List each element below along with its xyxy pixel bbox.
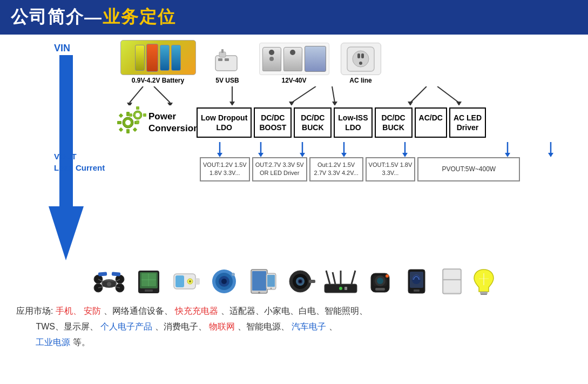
- svg-rect-9: [361, 53, 364, 58]
- product-gps: [132, 268, 166, 295]
- svg-rect-1: [215, 56, 237, 71]
- app-markets: 应用市场: 手机、 安防 、网络通信设备、 快充充电器 、适配器、小家电、白电、…: [16, 304, 572, 350]
- app-text-consumer: 、消费电子、: [155, 322, 207, 331]
- svg-rect-95: [309, 280, 315, 283]
- product-acline: AC line: [336, 43, 385, 84]
- header-title-black: 公司简介: [11, 5, 84, 29]
- svg-rect-3: [221, 49, 224, 53]
- svg-line-11: [130, 86, 143, 103]
- svg-point-101: [339, 287, 342, 290]
- out-box-ldo: VOUT:1.2V 1.5V1.8V 3.3V...: [200, 157, 250, 181]
- power-conversion-label: Power Conversion: [148, 111, 199, 133]
- svg-point-36: [136, 113, 140, 117]
- svg-point-89: [270, 288, 272, 289]
- socket-icon: [344, 44, 377, 74]
- svg-rect-119: [480, 292, 488, 294]
- conv-box-ldo: Low Dropout LDO: [197, 107, 252, 138]
- usb-label: 5V USB: [215, 77, 239, 84]
- svg-point-94: [299, 280, 301, 282]
- conv-box-acdc: AC/DC: [415, 107, 447, 138]
- app-markets-prefix: 应用市场:: [16, 306, 53, 315]
- svg-marker-42: [217, 153, 222, 157]
- product-battery: 0.9V-4.2V Battery: [116, 40, 200, 84]
- 12v40v-label: 12V-40V: [281, 77, 306, 84]
- bottom-products-row: [16, 268, 572, 295]
- product-powerbank: [170, 268, 204, 295]
- svg-marker-46: [300, 153, 305, 157]
- svg-line-13: [154, 86, 170, 103]
- product-12v40v: 12V-40V: [255, 43, 333, 84]
- battery-label: 0.9V-4.2V Battery: [132, 77, 184, 84]
- svg-rect-40: [143, 113, 146, 117]
- output-arrows: [200, 142, 588, 157]
- app-text-network: 、网络通信设备、: [104, 306, 173, 315]
- app-text-industrial: 工业电源: [36, 338, 70, 347]
- svg-point-82: [221, 279, 227, 284]
- svg-rect-76: [175, 275, 184, 287]
- product-camera: [283, 268, 317, 295]
- gear-icon: [111, 105, 147, 138]
- svg-rect-39: [129, 113, 132, 117]
- svg-rect-28: [126, 129, 130, 133]
- header-separator: —: [84, 8, 103, 28]
- out-box-boost: OUT:2.7V 3.3V 5VOR LED Driver: [252, 157, 307, 181]
- svg-marker-54: [548, 153, 553, 157]
- app-text-charger: 快充充电器: [175, 306, 218, 315]
- app-text-security: 安防: [84, 306, 101, 315]
- svg-rect-117: [444, 270, 460, 279]
- svg-line-17: [292, 86, 316, 103]
- svg-rect-34: [133, 127, 137, 132]
- svg-rect-4: [218, 58, 222, 61]
- svg-rect-33: [119, 127, 123, 132]
- svg-marker-16: [229, 102, 235, 105]
- svg-line-97: [326, 271, 330, 284]
- acline-label: AC line: [349, 77, 371, 84]
- product-drone: [91, 268, 128, 295]
- product-fridge: [438, 268, 466, 295]
- svg-marker-18: [289, 102, 294, 105]
- svg-marker-14: [167, 103, 173, 105]
- product-phone-stand: [400, 268, 434, 295]
- svg-rect-118: [444, 280, 460, 292]
- svg-rect-102: [344, 287, 347, 290]
- svg-line-21: [410, 86, 427, 103]
- app-text-adapter: 、适配器、小家电、白电、智能照明、: [221, 306, 368, 315]
- app-text-phone: 手机、: [56, 306, 82, 315]
- svg-point-10: [359, 62, 362, 65]
- svg-rect-88: [267, 275, 275, 287]
- svg-rect-70: [145, 289, 153, 292]
- conv-box-buck1: DC/DC BUCK: [294, 107, 332, 138]
- product-speaker: [208, 268, 241, 295]
- conv-box-lowiss: Low-ISS LDO: [334, 107, 372, 138]
- svg-line-98: [352, 271, 355, 284]
- app-text-personal: 个人电子产品: [100, 322, 152, 331]
- svg-rect-67: [112, 272, 121, 276]
- svg-marker-24: [456, 102, 462, 105]
- out-box-acdc: PVOUT:5W~400W: [417, 157, 520, 181]
- svg-marker-48: [341, 153, 347, 157]
- svg-rect-111: [414, 289, 420, 292]
- product-usb: 5V USB: [203, 46, 252, 84]
- product-arrows: [116, 86, 548, 105]
- output-boxes: VOUT:1.2V 1.5V1.8V 3.3V... OUT:2.7V 3.3V…: [200, 157, 588, 181]
- svg-line-23: [437, 86, 459, 103]
- app-text-comma: 、: [329, 322, 337, 331]
- svg-marker-12: [127, 103, 132, 105]
- app-text-auto: 汽车电子: [292, 322, 326, 331]
- out-box-lowiss: VOUT:1.5V 1.8V3.3V...: [366, 157, 416, 181]
- svg-rect-8: [357, 53, 360, 58]
- page-header: 公司简介 — 业务定位: [0, 0, 588, 35]
- svg-rect-75: [195, 278, 200, 285]
- svg-point-61: [107, 282, 111, 286]
- product-fryer: [364, 268, 396, 295]
- svg-rect-107: [375, 288, 385, 291]
- app-text-tws: TWS、显示屏、: [36, 322, 98, 331]
- conv-box-boost: DC/DC BOOST: [254, 107, 292, 138]
- svg-rect-85: [252, 271, 266, 291]
- svg-line-19: [332, 86, 335, 103]
- header-title-yellow: 业务定位: [103, 5, 176, 29]
- svg-marker-22: [408, 102, 413, 105]
- svg-rect-5: [225, 58, 229, 61]
- svg-marker-52: [505, 153, 510, 157]
- svg-point-106: [377, 278, 383, 284]
